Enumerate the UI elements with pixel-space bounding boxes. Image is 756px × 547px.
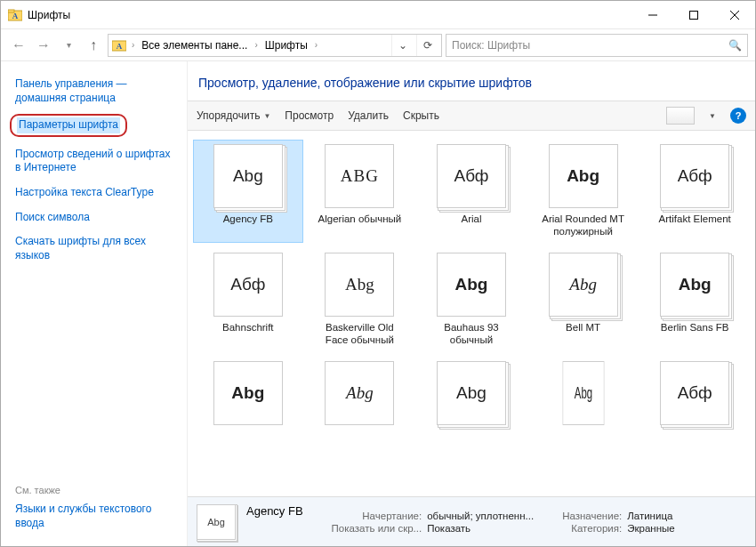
chevron-right-icon[interactable]: › xyxy=(313,40,319,50)
page-heading: Просмотр, удаление, отображение или скры… xyxy=(188,61,755,101)
font-item[interactable]: АбфBahnschrift xyxy=(193,248,303,351)
font-preview-icon: Abg xyxy=(213,361,283,425)
font-item[interactable]: АбфArtifakt Element xyxy=(639,140,750,243)
search-placeholder: Поиск: Шрифты xyxy=(452,39,530,52)
details-purpose-label: Назначение: xyxy=(562,511,622,521)
font-label: Arial xyxy=(461,213,481,238)
breadcrumb-item[interactable]: Все элементы пане... xyxy=(140,39,249,52)
font-label: Agency FB xyxy=(223,213,273,238)
details-purpose-value: Латиница xyxy=(627,511,674,521)
fonts-folder-icon: A xyxy=(112,38,126,52)
sidebar-link-font-params[interactable]: Параметры шрифта xyxy=(17,117,120,133)
font-label: Artifakt Element xyxy=(659,213,731,238)
font-item[interactable]: AbgBerlin Sans FB xyxy=(639,248,750,351)
font-preview-icon: Abg xyxy=(549,253,618,317)
svg-text:A: A xyxy=(117,42,123,51)
font-label: Berlin Sans FB xyxy=(661,322,729,347)
sidebar-link-text-services[interactable]: Языки и службы текстового ввода xyxy=(15,503,173,530)
font-preview-icon: Абф xyxy=(437,144,506,208)
details-font-name: Agency FB xyxy=(246,501,303,518)
svg-text:A: A xyxy=(12,12,19,20)
breadcrumb-item[interactable]: Шрифты xyxy=(263,39,310,52)
font-preview-icon: Abg xyxy=(437,253,506,317)
see-also-label: См. также xyxy=(15,485,173,495)
svg-rect-4 xyxy=(690,11,698,19)
chevron-right-icon[interactable]: › xyxy=(130,40,136,50)
font-preview-icon: ABG xyxy=(325,144,394,208)
font-preview-icon: Абф xyxy=(660,144,729,208)
back-button[interactable]: ← xyxy=(8,35,29,56)
font-label: Bell MT xyxy=(566,322,600,347)
sidebar-link-cleartype[interactable]: Настройка текста ClearType xyxy=(15,186,173,200)
details-category-label: Категория: xyxy=(562,523,622,534)
font-preview-icon: Abg xyxy=(325,253,394,317)
delete-button[interactable]: Удалить xyxy=(348,109,389,122)
window-title: Шрифты xyxy=(28,9,70,21)
organize-button[interactable]: Упорядочить▼ xyxy=(197,109,270,122)
fonts-folder-icon: A xyxy=(8,8,22,22)
address-dropdown[interactable]: ⌄ xyxy=(391,35,413,56)
maximize-button[interactable] xyxy=(673,1,714,29)
details-show-value: Показать xyxy=(427,523,534,534)
view-dropdown[interactable]: ▼ xyxy=(709,112,716,120)
sidebar-link-download-fonts[interactable]: Скачать шрифты для всех языков xyxy=(15,235,173,262)
font-item[interactable]: Abg xyxy=(528,357,639,460)
highlighted-link: Параметры шрифта xyxy=(10,114,127,137)
details-style-label: Начертание: xyxy=(332,511,422,521)
font-item[interactable]: АбфArial xyxy=(416,140,527,243)
font-item[interactable]: Abg xyxy=(193,357,303,460)
details-style-value: обычный; уплотненн... xyxy=(427,511,534,521)
help-button[interactable]: ? xyxy=(730,108,746,124)
font-grid: AbgAgency FBABGAlgerian обычныйАбфArialA… xyxy=(188,131,755,496)
search-icon[interactable]: 🔍 xyxy=(728,39,742,52)
minimize-button[interactable] xyxy=(632,1,673,29)
preview-button[interactable]: Просмотр xyxy=(285,109,334,122)
titlebar: A Шрифты xyxy=(1,1,755,29)
font-preview-icon: Abg xyxy=(660,253,729,317)
forward-button[interactable]: → xyxy=(33,35,54,56)
navbar: ← → ▾ ↑ A › Все элементы пане... › Шрифт… xyxy=(1,29,755,61)
main-panel: Просмотр, удаление, отображение или скры… xyxy=(188,61,755,546)
details-category-value: Экранные xyxy=(627,523,674,534)
font-item[interactable]: AbgBell MT xyxy=(528,248,639,351)
font-item[interactable]: Abg xyxy=(416,357,527,460)
font-item[interactable]: AbgBaskerville Old Face обычный xyxy=(305,248,415,351)
font-label: Baskerville Old Face обычный xyxy=(315,322,404,347)
font-item[interactable]: Абф xyxy=(639,357,750,460)
recent-dropdown[interactable]: ▾ xyxy=(58,35,79,56)
up-button[interactable]: ↑ xyxy=(83,35,104,56)
font-preview-icon: Abg xyxy=(437,361,506,425)
refresh-button[interactable]: ⟳ xyxy=(416,35,438,56)
font-preview-icon: Abg xyxy=(213,144,283,208)
font-label: Arial Rounded MT полужирный xyxy=(539,213,628,238)
font-label: Bauhaus 93 обычный xyxy=(427,322,516,347)
close-button[interactable] xyxy=(714,1,755,29)
font-item[interactable]: AbgBauhaus 93 обычный xyxy=(416,248,527,351)
chevron-right-icon[interactable]: › xyxy=(253,40,259,50)
font-preview-icon: Абф xyxy=(213,253,283,317)
sidebar-link-find-char[interactable]: Поиск символа xyxy=(15,211,173,225)
font-item[interactable]: ABGAlgerian обычный xyxy=(305,140,415,243)
sidebar-link-font-info-web[interactable]: Просмотр сведений о шрифтах в Интернете xyxy=(15,148,173,175)
search-input[interactable]: Поиск: Шрифты 🔍 xyxy=(446,34,748,57)
details-show-label: Показать или скр... xyxy=(332,523,422,534)
font-preview-icon: Abg xyxy=(549,144,618,208)
font-preview-icon: Абф xyxy=(660,361,729,425)
details-font-icon: Abg xyxy=(197,504,236,540)
sidebar: Панель управления — домашняя страница Па… xyxy=(1,61,188,546)
font-item[interactable]: AbgAgency FB xyxy=(193,140,303,243)
font-preview-icon: Abg xyxy=(325,361,394,425)
font-label: Algerian обычный xyxy=(318,213,402,238)
font-preview-icon: Abg xyxy=(562,361,604,425)
toolbar: Упорядочить▼ Просмотр Удалить Скрыть ▼ ? xyxy=(188,101,755,131)
hide-button[interactable]: Скрыть xyxy=(403,109,439,122)
details-pane: Abg Agency FB Начертание: обычный; уплот… xyxy=(188,496,755,546)
font-label: Bahnschrift xyxy=(222,322,274,347)
sidebar-link-home[interactable]: Панель управления — домашняя страница xyxy=(15,77,173,105)
font-item[interactable]: AbgArial Rounded MT полужирный xyxy=(528,140,639,243)
view-options-button[interactable] xyxy=(666,107,695,125)
font-item[interactable]: Abg xyxy=(305,357,415,460)
address-bar[interactable]: A › Все элементы пане... › Шрифты › ⌄ ⟳ xyxy=(108,34,442,57)
